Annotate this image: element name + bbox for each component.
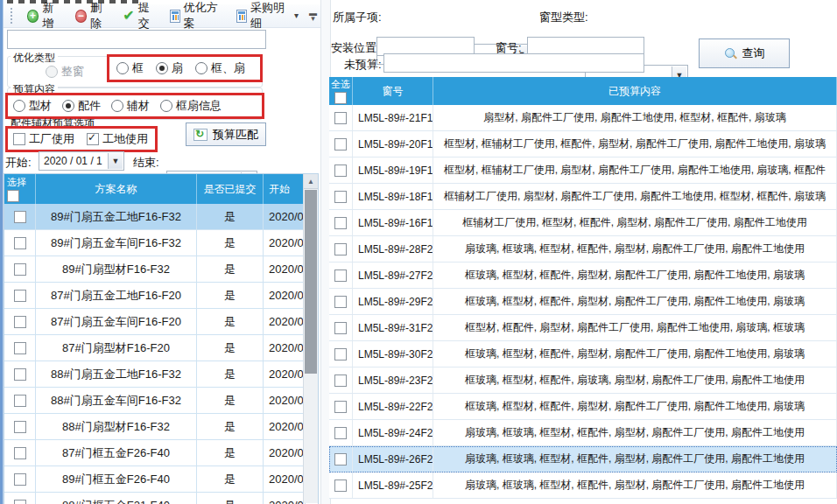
toolbar-grip[interactable] <box>11 8 15 24</box>
row-checkbox[interactable] <box>334 322 347 334</box>
chevron-down-icon[interactable]: ▼ <box>108 153 123 169</box>
table-row[interactable]: 87#门框五金F26-F40 是 2020/0 <box>4 440 318 466</box>
table-row[interactable]: LM5L-89#-30F28 框玻璃, 框型材, 框配件, 扇型材, 扇配件工厂… <box>329 341 837 368</box>
row-checkbox[interactable] <box>334 401 347 413</box>
radio-frame-sash[interactable]: 框、扇 <box>195 60 245 76</box>
row-checkbox[interactable] <box>334 112 347 124</box>
checkbox-site-use[interactable]: 工地使用 <box>87 131 148 147</box>
budgeted-content: 扇玻璃, 框玻璃, 框型材, 框配件, 扇型材, 扇配件工厂使用, 扇配件工地使… <box>433 446 837 472</box>
plan-name: 88#门框五金F21-F40 <box>36 493 197 504</box>
search-icon <box>724 47 737 60</box>
row-checkbox[interactable] <box>334 480 347 492</box>
row-checkbox[interactable] <box>334 374 347 387</box>
row-checkbox[interactable] <box>14 211 26 223</box>
row-checkbox[interactable] <box>14 395 26 407</box>
row-checkbox[interactable] <box>14 237 26 249</box>
row-checkbox[interactable] <box>14 500 26 504</box>
date-end-label: 结束: <box>133 155 159 171</box>
row-checkbox[interactable] <box>334 270 347 282</box>
sub-item-label: 所属子项: <box>333 10 382 25</box>
plan-table: 选择 方案名称 是否已提交 开始 89#门扇五金工地F16-F32 是 2020… <box>4 173 319 504</box>
row-checkbox[interactable] <box>14 421 26 433</box>
select-all-header: 选择 <box>4 174 36 204</box>
row-checkbox[interactable] <box>334 453 347 466</box>
table-row[interactable]: LM5L-89#-16F15 框辅材工厂使用, 框型材, 框配件, 扇型材, 扇… <box>329 210 837 236</box>
radio-profile[interactable]: 型材 <box>13 98 52 114</box>
budgeted-content: 框玻璃, 框型材, 框配件, 扇玻璃, 扇型材, 扇配件工厂使用, 扇配件工地使… <box>433 368 837 393</box>
row-checkbox[interactable] <box>334 348 347 360</box>
select-all-checkbox[interactable] <box>334 92 347 104</box>
radio-whole-window: 整窗 <box>46 64 84 80</box>
radio-auxiliary[interactable]: 辅材 <box>111 98 150 114</box>
table-row[interactable]: LM5L-89#-28F26 扇玻璃, 框玻璃, 框型材, 框配件, 扇型材, … <box>329 236 837 262</box>
scrollbar-thumb[interactable] <box>305 190 317 374</box>
row-checkbox[interactable] <box>14 316 26 328</box>
table-row[interactable]: 88#门扇五金车间F16-F32 是 2020/0 <box>4 388 318 414</box>
table-row[interactable]: LM5L-89#-18F16 框辅材工厂使用, 扇型材, 扇配件工厂使用, 扇配… <box>329 184 837 210</box>
select-all-checkbox[interactable] <box>7 190 19 202</box>
row-checkbox[interactable] <box>334 164 347 177</box>
radio-frame-sash-info[interactable]: 框扇信息 <box>160 98 222 114</box>
budgeted-content: 扇型材, 扇配件工厂使用, 扇配件工地使用, 框型材, 框配件, 扇玻璃 <box>433 105 837 130</box>
table-row[interactable]: LM5L-89#-29F27 框玻璃, 框型材, 框配件, 扇型材, 扇配件工厂… <box>329 289 837 315</box>
window-no: LM5L-89#-27F25 <box>353 262 433 288</box>
table-row[interactable]: LM5L-89#-20F18 框型材, 框辅材工厂使用, 框配件, 扇型材, 扇… <box>329 131 837 158</box>
window-table-header: 全选 窗号 已预算内容 <box>329 77 837 105</box>
row-checkbox[interactable] <box>14 473 26 486</box>
table-row[interactable]: LM5L-89#-25F23 扇玻璃, 框玻璃, 框型材, 框配件, 扇型材, … <box>329 472 837 499</box>
table-row[interactable]: LM5L-89#-21F19 扇型材, 扇配件工厂使用, 扇配件工地使用, 框型… <box>329 105 837 131</box>
budgeted-content: 框玻璃, 框型材, 框配件, 扇型材, 扇配件工厂使用, 扇配件工地使用, 扇玻… <box>433 262 837 288</box>
table-row[interactable]: LM5L-89#-19F17 框型材, 框辅材工厂使用, 扇型材, 扇配件工厂使… <box>329 158 837 184</box>
radio-sash[interactable]: 扇 <box>156 60 183 76</box>
purchase-detail-button[interactable]: 采购明细 ▾ <box>235 0 300 33</box>
table-row[interactable]: 89#门扇五金车间F16-F32 是 2020/0 <box>4 230 318 256</box>
table-row[interactable]: LM5L-89#-31F29 框型材, 框配件, 扇型材, 扇配件工厂使用, 扇… <box>329 315 837 341</box>
table-row[interactable]: 89#门扇型材F16-F32 是 2020/0 <box>4 256 318 283</box>
table-row[interactable]: 89#门扇五金工地F16-F32 是 2020/0 <box>4 204 318 230</box>
row-checkbox[interactable] <box>334 427 347 439</box>
plan-filter-input[interactable] <box>7 30 266 49</box>
row-checkbox[interactable] <box>14 447 26 459</box>
budgeted-content: 框玻璃, 框型材, 框配件, 扇型材, 扇配件工厂使用, 扇配件工地使用, 扇玻… <box>433 341 837 367</box>
row-checkbox[interactable] <box>14 368 26 381</box>
toolbar-overflow-button[interactable]: ▬▾ <box>309 10 317 22</box>
row-checkbox[interactable] <box>14 342 26 354</box>
table-row[interactable]: LM5L-89#-27F25 框玻璃, 框型材, 框配件, 扇型材, 扇配件工厂… <box>329 262 837 289</box>
col-plan-name: 方案名称 <box>36 174 197 204</box>
row-checkbox[interactable] <box>14 263 26 276</box>
table-row[interactable]: 88#门框五金F21-F40 是 2020/0 <box>4 493 318 504</box>
add-button[interactable]: + 新增 <box>25 0 65 33</box>
table-row[interactable]: 89#门框五金F26-F40 是 2020/0 <box>4 466 318 493</box>
budgeted-content: 框玻璃, 框型材, 框配件, 扇型材, 扇配件工厂使用, 扇配件工地使用, 扇玻… <box>433 394 837 419</box>
radio-accessory[interactable]: 配件 <box>62 98 101 114</box>
table-row[interactable]: LM5L-89#-23F21 框玻璃, 框型材, 框配件, 扇玻璃, 扇型材, … <box>329 368 837 394</box>
checkbox-factory-use[interactable]: 工厂使用 <box>13 131 74 147</box>
query-button[interactable]: 查询 <box>699 38 790 68</box>
vertical-scrollbar[interactable]: ▲ <box>303 174 318 503</box>
table-row[interactable]: LM5L-89#-24F22 扇玻璃, 框玻璃, 框型材, 框配件, 扇型材, … <box>329 420 837 446</box>
table-row[interactable]: 87#门扇五金工地F16-F20 是 2020/0 <box>4 283 318 309</box>
table-row[interactable]: 88#门扇型材F16-F32 是 2020/0 <box>4 414 318 440</box>
submit-button[interactable]: ✔ 提交 <box>121 0 158 33</box>
scroll-up-icon[interactable]: ▲ <box>304 174 318 189</box>
row-checkbox[interactable] <box>334 296 347 308</box>
no-budget-input[interactable] <box>383 53 644 73</box>
row-checkbox[interactable] <box>334 217 347 229</box>
row-checkbox[interactable] <box>14 290 26 302</box>
row-checkbox[interactable] <box>334 243 347 256</box>
table-row-selected[interactable]: LM5L-89#-26F24 扇玻璃, 框玻璃, 框型材, 框配件, 扇型材, … <box>329 446 837 472</box>
table-row[interactable]: 88#门扇五金工地F16-F32 是 2020/0 <box>4 361 318 388</box>
table-row[interactable]: LM5L-89#-22F20 框玻璃, 框型材, 框配件, 扇型材, 扇配件工厂… <box>329 394 837 420</box>
date-start-picker[interactable]: 2020 / 01 / 1 ▼ <box>39 151 124 171</box>
radio-frame[interactable]: 框 <box>116 60 144 76</box>
budgeted-content: 框型材, 框辅材工厂使用, 扇型材, 扇配件工厂使用, 扇配件工地使用, 扇玻璃… <box>433 158 837 183</box>
table-row[interactable]: 87#门扇五金车间F16-F20 是 2020/0 <box>4 309 318 335</box>
remove-icon: − <box>75 10 88 23</box>
table-row[interactable]: 87#门扇型材F16-F20 是 2020/0 <box>4 335 318 361</box>
budgeted-content: 扇玻璃, 框玻璃, 框型材, 框配件, 扇型材, 扇配件工厂使用, 扇配件工地使… <box>433 236 837 262</box>
delete-button[interactable]: − 删除 <box>74 0 113 33</box>
row-checkbox[interactable] <box>334 191 347 203</box>
row-checkbox[interactable] <box>334 138 347 150</box>
budget-match-button[interactable]: 预算匹配 <box>186 122 266 146</box>
optimize-plan-button[interactable]: 优化方案 <box>168 0 227 33</box>
